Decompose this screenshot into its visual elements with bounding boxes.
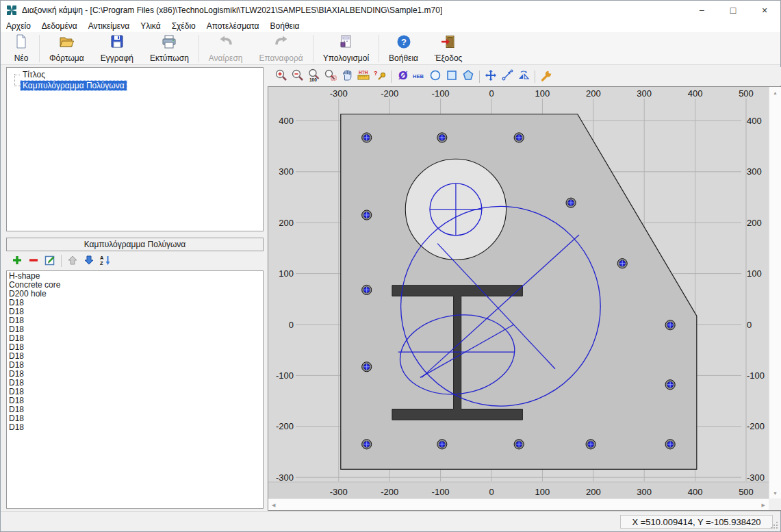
- list-item[interactable]: D18: [9, 423, 263, 432]
- list-item[interactable]: D18: [9, 352, 263, 361]
- scroll-left-icon[interactable]: ◀: [272, 503, 275, 507]
- add-button[interactable]: [9, 253, 25, 268]
- cursor-coordinates: X =510.009414, Y =-105.938420: [620, 515, 773, 529]
- maximize-button[interactable]: □: [717, 1, 749, 20]
- help-button[interactable]: ?Βοήθεια: [381, 34, 426, 64]
- exit-door-button[interactable]: Έξοδος: [426, 34, 470, 64]
- resize-grip-icon[interactable]: [776, 527, 778, 529]
- axis-tick-label: -300: [330, 487, 348, 497]
- axis-tick-label: 400: [688, 487, 703, 497]
- new-file-button[interactable]: Νέο: [5, 34, 38, 64]
- axis-tick-label: -300: [330, 88, 348, 99]
- zoom-in-button[interactable]: [273, 69, 290, 84]
- minimize-button[interactable]: −: [686, 1, 717, 20]
- pan-hand-button[interactable]: [339, 69, 355, 84]
- horizontal-scrollbar[interactable]: ◀ ▶: [268, 498, 769, 510]
- mirror-tool-button[interactable]: [515, 69, 532, 84]
- toolbar-button-label: Υπολογισμοί: [323, 53, 369, 63]
- zoom-window-icon: [324, 68, 337, 84]
- list-item[interactable]: D18: [9, 379, 263, 388]
- tree-item-label: Τίτλος: [21, 70, 47, 79]
- axis-tick-label: 300: [637, 88, 652, 99]
- menu-item[interactable]: Αρχείο: [1, 21, 36, 31]
- drawing-toolbar: 100H?H?ØHEB: [268, 67, 781, 86]
- scroll-down-icon[interactable]: ▼: [773, 491, 778, 496]
- printer-button[interactable]: Εκτύπωση: [142, 34, 197, 64]
- list-item[interactable]: D18: [9, 370, 263, 379]
- menu-item[interactable]: Βοήθεια: [265, 21, 305, 31]
- rotate-tool-button[interactable]: [499, 69, 515, 84]
- draw-circle-button[interactable]: [427, 69, 444, 84]
- zoom-100-button[interactable]: 100: [306, 69, 322, 84]
- toolbar-button-label: Εγγραφή: [101, 53, 133, 63]
- list-item[interactable]: D18: [9, 325, 263, 334]
- save-disk-icon: [109, 34, 125, 52]
- settings-wrench-button[interactable]: [538, 69, 554, 84]
- move-tool-button[interactable]: [483, 69, 499, 84]
- axis-tick-label: 0: [289, 320, 294, 330]
- list-item[interactable]: D18: [9, 334, 263, 343]
- scroll-right-icon[interactable]: ▶: [762, 503, 765, 507]
- query-pin-icon: ?: [373, 68, 387, 84]
- measure-ruler-button[interactable]: H?H: [355, 69, 372, 84]
- menu-item[interactable]: Δεδομένα: [36, 21, 83, 31]
- mirror-tool-icon: [517, 68, 530, 84]
- toolbar-button-label: Αναίρεση: [209, 53, 243, 63]
- remove-button[interactable]: [25, 253, 42, 268]
- tree-connector: [14, 75, 20, 76]
- zoom-window-button[interactable]: [322, 69, 339, 84]
- rebar-diameter-button[interactable]: Ø: [394, 69, 411, 84]
- menu-item[interactable]: Σχέδιο: [166, 21, 201, 31]
- tree-item[interactable]: Καμπυλόγραμμα Πολύγωνα: [21, 81, 263, 90]
- polygons-list[interactable]: H-shapeConcrete coreD200 holeD18D18D18D1…: [6, 270, 264, 509]
- list-item[interactable]: D18: [9, 307, 263, 316]
- rebar-diameter-icon: Ø: [396, 68, 409, 84]
- redo-arrow-icon: [273, 34, 290, 52]
- menu-item[interactable]: Αποτελέσματα: [201, 21, 265, 31]
- close-button[interactable]: ×: [749, 1, 780, 20]
- zoom-out-button[interactable]: [290, 69, 306, 84]
- move-down-button[interactable]: [81, 253, 97, 268]
- draw-circle-icon: [428, 68, 442, 84]
- axis-tick-label: -100: [747, 370, 765, 381]
- list-item[interactable]: D18: [9, 361, 263, 370]
- steel-profile-heb-button[interactable]: HEB: [411, 69, 427, 84]
- tree-connector: [14, 86, 20, 87]
- title-bar[interactable]: Διαξονική κάμψη - [C:\Program Files (x86…: [1, 1, 780, 20]
- axis-tick-label: 200: [586, 88, 601, 99]
- list-item[interactable]: D200 hole: [9, 290, 263, 299]
- draw-rectangle-button[interactable]: [444, 69, 460, 84]
- list-item[interactable]: D18: [9, 343, 263, 352]
- list-item[interactable]: D18: [9, 396, 263, 405]
- list-item[interactable]: D18: [9, 316, 263, 325]
- edit-button[interactable]: [42, 253, 58, 268]
- vertical-scrollbar[interactable]: ▲ ▼: [769, 87, 781, 498]
- list-item[interactable]: D18: [9, 414, 263, 423]
- open-folder-button[interactable]: Φόρτωμα: [41, 34, 92, 64]
- toolbar-separator: [391, 71, 392, 83]
- menu-item[interactable]: Αντικείμενα: [83, 21, 135, 31]
- calculator-button[interactable]: Υπολογισμοί: [315, 34, 377, 64]
- drawing-canvas[interactable]: -300-300-200-200-100-1000010010020020030…: [268, 87, 769, 498]
- scroll-up-icon[interactable]: ▲: [773, 90, 778, 95]
- pan-hand-icon: [340, 68, 354, 84]
- menu-item[interactable]: Υλικά: [135, 21, 166, 31]
- query-pin-button[interactable]: ?: [372, 69, 388, 84]
- axis-tick-label: 500: [739, 88, 754, 99]
- list-item[interactable]: D18: [9, 388, 263, 396]
- objects-tree[interactable]: ΤίτλοςΚαμπυλόγραμμα Πολύγωνα: [6, 67, 264, 231]
- move-up-button: [64, 253, 81, 268]
- draw-polygon-button[interactable]: [460, 69, 476, 84]
- list-item[interactable]: D18: [9, 299, 263, 307]
- list-item[interactable]: Concrete core: [9, 281, 263, 290]
- polygons-panel-title: Καμπυλόγραμμα Πολύγωνα: [84, 240, 186, 249]
- axis-tick-label: 500: [739, 487, 754, 497]
- toolbar-separator: [535, 71, 535, 83]
- sort-az-button[interactable]: AZ: [97, 253, 114, 268]
- tree-item[interactable]: Τίτλος: [21, 70, 263, 79]
- add-icon: [11, 254, 23, 268]
- list-item[interactable]: D18: [9, 405, 263, 414]
- toolbar-button-label: Εκτύπωση: [150, 53, 189, 63]
- axis-tick-label: 400: [279, 116, 294, 126]
- save-disk-button[interactable]: Εγγραφή: [92, 34, 142, 64]
